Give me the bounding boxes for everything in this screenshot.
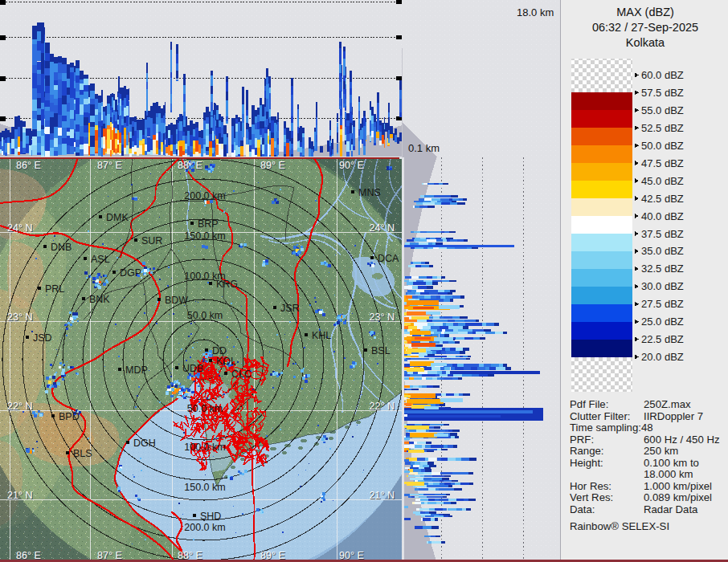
svg-text:Hor Res:: Hor Res: <box>570 480 611 492</box>
svg-text:52.5 dBZ: 52.5 dBZ <box>641 122 684 134</box>
svg-text:Pdf File:: Pdf File: <box>570 398 608 410</box>
svg-text:KHL: KHL <box>312 330 331 341</box>
svg-text:Time sampling:48: Time sampling:48 <box>570 422 653 434</box>
svg-text:DGP: DGP <box>120 267 141 279</box>
svg-text:86° E: 86° E <box>16 160 41 171</box>
svg-text:88° E: 88° E <box>178 160 202 171</box>
svg-text:Clutter Filter:: Clutter Filter: <box>570 410 630 422</box>
svg-text:KOL: KOL <box>216 356 236 367</box>
svg-text:90° E: 90° E <box>339 550 364 561</box>
svg-text:18.000 km: 18.000 km <box>644 468 693 480</box>
svg-text:MAX (dBZ): MAX (dBZ) <box>616 6 674 18</box>
svg-text:BSL: BSL <box>371 345 391 356</box>
svg-text:45.0 dBZ: 45.0 dBZ <box>641 175 684 187</box>
svg-text:Kolkata: Kolkata <box>626 36 665 49</box>
svg-text:89° E: 89° E <box>260 160 285 171</box>
svg-text:50.0 km: 50.0 km <box>187 310 223 321</box>
svg-text:ASL: ASL <box>91 254 110 265</box>
svg-text:47.5 dBZ: 47.5 dBZ <box>641 157 684 169</box>
svg-text:40.0 dBZ: 40.0 dBZ <box>641 210 684 222</box>
svg-text:200.0 km: 200.0 km <box>184 190 225 202</box>
svg-text:150.0 km: 150.0 km <box>184 482 225 493</box>
svg-text:0.089 km/pixel: 0.089 km/pixel <box>644 491 712 503</box>
svg-text:MNS: MNS <box>358 187 381 198</box>
svg-text:CLC: CLC <box>231 369 252 380</box>
svg-text:DGH: DGH <box>133 438 156 449</box>
svg-text:24° N: 24° N <box>370 222 395 234</box>
svg-text:BPD: BPD <box>59 411 80 422</box>
svg-text:60.0 dBZ: 60.0 dBZ <box>641 69 684 81</box>
svg-text:JSD: JSD <box>33 332 52 344</box>
svg-text:JSR: JSR <box>280 303 300 314</box>
svg-text:BDW: BDW <box>165 295 188 306</box>
svg-text:20.0 dBZ: 20.0 dBZ <box>641 351 684 363</box>
svg-text:21° N: 21° N <box>7 490 32 501</box>
svg-text:PRF:: PRF: <box>570 434 594 446</box>
svg-text:50.0 dBZ: 50.0 dBZ <box>641 140 684 152</box>
svg-text:86° E: 86° E <box>16 550 41 561</box>
svg-text:18.0 km: 18.0 km <box>517 6 554 18</box>
svg-text:35.0 dBZ: 35.0 dBZ <box>641 245 684 257</box>
svg-text:SHD: SHD <box>200 511 221 522</box>
svg-text:MDP: MDP <box>125 364 148 376</box>
svg-text:Vert Res:: Vert Res: <box>570 491 613 503</box>
svg-text:06:32 / 27-Sep-2025: 06:32 / 27-Sep-2025 <box>592 21 698 34</box>
svg-text:250 km: 250 km <box>644 445 678 457</box>
svg-text:30.0 dBZ: 30.0 dBZ <box>641 280 684 292</box>
svg-text:23° N: 23° N <box>370 312 395 323</box>
svg-text:89° E: 89° E <box>260 550 285 561</box>
svg-text:42.5 dBZ: 42.5 dBZ <box>641 193 684 205</box>
svg-text:88° E: 88° E <box>178 550 202 561</box>
svg-text:87° E: 87° E <box>97 550 122 561</box>
svg-text:24° N: 24° N <box>7 222 32 234</box>
svg-text:Height:: Height: <box>570 457 603 469</box>
svg-text:57.5 dBZ: 57.5 dBZ <box>641 87 684 99</box>
svg-text:IIRDoppler 7: IIRDoppler 7 <box>644 410 703 422</box>
svg-text:50.0 km: 50.0 km <box>187 403 223 414</box>
svg-text:250Z.max: 250Z.max <box>644 398 691 410</box>
svg-text:23° N: 23° N <box>7 312 32 323</box>
svg-text:55.0 dBZ: 55.0 dBZ <box>641 104 684 116</box>
svg-text:150.0 km: 150.0 km <box>184 230 225 242</box>
svg-text:22° N: 22° N <box>7 401 32 412</box>
svg-text:DNB: DNB <box>51 242 72 253</box>
svg-text:UDB: UDB <box>182 363 203 374</box>
svg-text:22° N: 22° N <box>370 401 395 412</box>
svg-text:32.5 dBZ: 32.5 dBZ <box>641 263 684 275</box>
svg-text:DCA: DCA <box>378 253 399 264</box>
svg-text:BRP: BRP <box>198 218 219 230</box>
svg-text:KRG: KRG <box>216 279 238 290</box>
svg-text:DMK: DMK <box>106 212 129 223</box>
svg-text:27.5 dBZ: 27.5 dBZ <box>641 298 684 310</box>
svg-text:200.0 km: 200.0 km <box>184 522 225 533</box>
svg-text:BNK: BNK <box>89 294 110 305</box>
svg-text:Data:: Data: <box>570 503 595 515</box>
svg-text:PRL: PRL <box>45 283 64 295</box>
svg-text:BLS: BLS <box>73 448 92 459</box>
svg-text:1.000 km/pixel: 1.000 km/pixel <box>644 480 712 492</box>
svg-text:Range:: Range: <box>570 445 604 457</box>
svg-text:90° E: 90° E <box>339 160 364 171</box>
svg-text:87° E: 87° E <box>97 160 122 171</box>
svg-text:21° N: 21° N <box>370 490 395 501</box>
svg-text:0.100 km to: 0.100 km to <box>644 457 699 469</box>
svg-text:Radar Data: Radar Data <box>644 503 698 515</box>
svg-text:100.0 km: 100.0 km <box>184 442 225 453</box>
svg-text:37.5 dBZ: 37.5 dBZ <box>641 228 684 240</box>
svg-text:SUR: SUR <box>141 235 162 246</box>
svg-text:22.5 dBZ: 22.5 dBZ <box>641 333 684 345</box>
svg-text:25.0 dBZ: 25.0 dBZ <box>641 316 684 328</box>
svg-text:0.1 km: 0.1 km <box>408 142 440 154</box>
svg-text:Rainbow® SELEX-SI: Rainbow® SELEX-SI <box>570 520 669 532</box>
svg-text:600 Hz / 450 Hz: 600 Hz / 450 Hz <box>644 434 720 446</box>
svg-text:DD: DD <box>212 345 227 356</box>
